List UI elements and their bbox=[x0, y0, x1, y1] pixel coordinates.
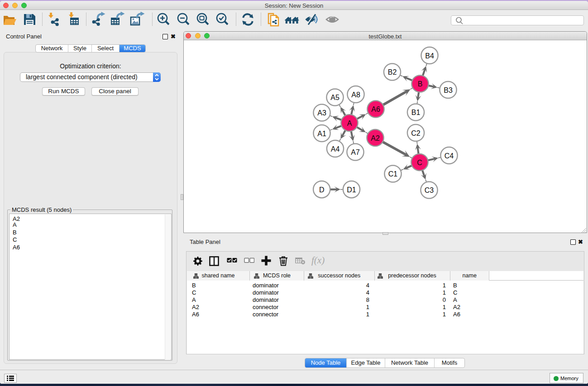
svg-text:A1: A1 bbox=[317, 130, 326, 138]
svg-text:B1: B1 bbox=[411, 109, 421, 116]
svg-text:A3: A3 bbox=[317, 109, 326, 117]
svg-text:C3: C3 bbox=[425, 186, 434, 194]
svg-text:A8: A8 bbox=[351, 91, 360, 99]
svg-text:C4: C4 bbox=[445, 152, 454, 160]
svg-text:A7: A7 bbox=[351, 148, 360, 156]
svg-text:A4: A4 bbox=[331, 145, 340, 153]
svg-text:B4: B4 bbox=[425, 52, 434, 60]
svg-text:A: A bbox=[347, 119, 352, 127]
svg-text:C1: C1 bbox=[388, 170, 398, 178]
svg-text:A5: A5 bbox=[330, 94, 339, 101]
svg-text:A6: A6 bbox=[371, 105, 380, 113]
svg-text:C: C bbox=[417, 159, 422, 167]
svg-text:C2: C2 bbox=[411, 129, 421, 137]
svg-text:B2: B2 bbox=[388, 68, 397, 76]
svg-text:A2: A2 bbox=[371, 134, 380, 142]
svg-text:D1: D1 bbox=[347, 186, 356, 194]
svg-text:D: D bbox=[319, 186, 325, 194]
svg-text:B: B bbox=[418, 80, 423, 88]
svg-text:B3: B3 bbox=[444, 86, 453, 94]
